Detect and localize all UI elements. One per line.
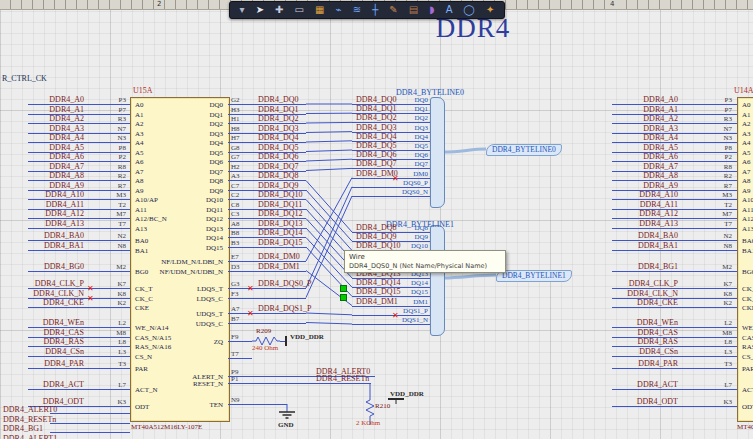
net-label[interactable]: DDR4_CAS <box>606 328 678 337</box>
net-label[interactable]: DDR4_ALERT1 <box>3 434 57 439</box>
wire[interactable] <box>228 313 306 314</box>
net-label-r-ctrl-ck[interactable]: R_CTRL_CK <box>2 74 47 83</box>
net-label[interactable]: DDR4_A11 <box>16 200 84 209</box>
text-icon[interactable]: A <box>446 3 453 17</box>
wire-segment[interactable] <box>306 323 352 325</box>
selection-handle[interactable] <box>340 294 347 301</box>
net-label[interactable]: DDR4_DM0 <box>258 252 300 261</box>
net-label[interactable]: DDR4_A8 <box>16 171 84 180</box>
rect-icon[interactable]: ▭ <box>295 3 304 17</box>
net-label[interactable]: DDR4_A12 <box>606 209 678 218</box>
net-label[interactable]: DDR4_A10 <box>16 190 84 199</box>
wire[interactable] <box>228 323 306 324</box>
net-label[interactable]: DDR4_PAR <box>16 359 84 368</box>
net-label[interactable]: DDR4_A4 <box>16 133 84 142</box>
pencil-icon[interactable]: ✎ <box>389 3 397 17</box>
net-label[interactable]: DDR4_DM1 <box>356 297 398 306</box>
net-label[interactable]: DDR4_DQ4 <box>258 133 298 142</box>
net-label[interactable]: DDR4_DQ0 <box>258 95 298 104</box>
net-label[interactable]: DDR4_RESETn <box>316 374 369 383</box>
grid-icon[interactable]: ▦ <box>315 3 324 17</box>
net-label[interactable]: DDR4_A1 <box>606 105 678 114</box>
net-label[interactable]: DDR4_A5 <box>16 143 84 152</box>
wire-segment[interactable] <box>306 168 352 170</box>
wire[interactable] <box>352 196 430 197</box>
wire-segment[interactable] <box>306 122 352 123</box>
net-label[interactable]: DDR4_A5 <box>606 143 678 152</box>
wire[interactable] <box>612 228 737 229</box>
wire-segment[interactable] <box>306 132 352 133</box>
net-label[interactable]: DDR4_A7 <box>606 162 678 171</box>
net-label[interactable]: DDR4_PAR <box>606 359 678 368</box>
cursor-icon[interactable]: ➤ <box>256 3 264 17</box>
wire-segment[interactable] <box>306 190 352 241</box>
circle-icon[interactable]: ◯ <box>464 3 475 17</box>
net-label[interactable]: DDR4_ACT <box>16 380 84 389</box>
harness-cable[interactable] <box>443 149 486 152</box>
net-label[interactable]: DDR4_A6 <box>606 152 678 161</box>
u14-designator[interactable]: U14A <box>734 86 753 95</box>
wire-segment[interactable] <box>306 313 352 315</box>
wire[interactable] <box>28 228 130 229</box>
harness-bundle[interactable] <box>430 225 445 336</box>
power-label-vdd[interactable]: VDD_DDR <box>290 333 324 341</box>
net-label[interactable]: DDR4_A2 <box>16 114 84 123</box>
wire[interactable] <box>612 307 737 308</box>
wire[interactable] <box>612 271 737 272</box>
net-label[interactable]: DDR4_DQ11 <box>258 200 302 209</box>
wire[interactable] <box>50 423 130 424</box>
net-label[interactable]: DDR4_ODT <box>606 397 678 406</box>
net-label[interactable]: DDR4_WEn <box>606 318 678 327</box>
net-label[interactable]: DDR4_DQ14 <box>258 228 302 237</box>
wire-segment[interactable] <box>306 200 352 251</box>
wire[interactable] <box>228 383 371 384</box>
net-label[interactable]: DDR4_A3 <box>16 124 84 133</box>
power-label-gnd[interactable]: GND <box>278 421 294 429</box>
sheet-icon[interactable]: ▤ <box>409 3 418 17</box>
arc-icon[interactable]: ◗ <box>429 3 434 17</box>
net-label[interactable]: DDR4_A3 <box>606 124 678 133</box>
bytelane-label[interactable]: DDR4_BYTELINE0 <box>486 144 562 156</box>
net-label[interactable]: DDR4_BG0 <box>16 262 84 271</box>
wire[interactable] <box>228 271 306 272</box>
net-label[interactable]: DDR4_ACT <box>606 380 678 389</box>
net-label[interactable]: DDR4_DQ0 <box>356 95 396 104</box>
net-label[interactable]: DDR4_CLK_P <box>16 279 84 288</box>
net-label[interactable]: DDR4_DQ7 <box>258 162 298 171</box>
net-label[interactable]: DDR4_DQ7 <box>356 159 396 168</box>
bus-icon[interactable]: ≋ <box>353 3 361 17</box>
net-label[interactable]: DDR4_A12 <box>16 209 84 218</box>
wire[interactable] <box>612 389 737 390</box>
net-label[interactable]: DDR4_A7 <box>16 162 84 171</box>
net-label[interactable]: DDR4_WEn <box>16 318 84 327</box>
net-label[interactable]: DDR4_DQ4 <box>356 132 396 141</box>
wire[interactable] <box>228 404 287 405</box>
u15-part-number[interactable]: MT40A512M16LY-107E <box>131 423 202 431</box>
wire[interactable] <box>228 247 306 248</box>
wire-icon[interactable]: ⌁ <box>336 3 342 17</box>
resistor-ref[interactable]: R209 <box>256 327 271 335</box>
wire[interactable] <box>28 271 130 272</box>
net-label[interactable]: DDR4_A13 <box>606 219 678 228</box>
wire[interactable] <box>50 413 130 414</box>
wire[interactable] <box>280 341 285 342</box>
star-icon[interactable]: ✦ <box>486 3 494 17</box>
net-label[interactable]: DDR4_ALERT0 <box>3 405 57 414</box>
net-label[interactable]: DDR4_DQ2 <box>356 113 396 122</box>
net-label[interactable]: DDR4_A0 <box>16 95 84 104</box>
net-label[interactable]: DDR4_BG1 <box>3 424 43 433</box>
wire[interactable] <box>228 288 306 289</box>
net-label[interactable]: DDR4_DQ5 <box>258 143 298 152</box>
chevron-down-icon[interactable]: ▾ <box>240 3 245 17</box>
net-label[interactable]: DDR4_CLK_P <box>606 279 678 288</box>
net-label[interactable]: DDR4_DQ8 <box>356 223 396 232</box>
net-label[interactable]: DDR4_DQ6 <box>356 150 396 159</box>
net-label[interactable]: DDR4_A6 <box>16 152 84 161</box>
wire[interactable] <box>352 324 430 325</box>
net-label[interactable]: DDR4_RAS <box>16 337 84 346</box>
wire[interactable] <box>228 358 252 359</box>
wire-segment[interactable] <box>306 178 352 261</box>
net-label[interactable]: DDR4_A2 <box>606 114 678 123</box>
net-label[interactable]: DDR4_A11 <box>606 200 678 209</box>
wire[interactable] <box>50 432 130 433</box>
